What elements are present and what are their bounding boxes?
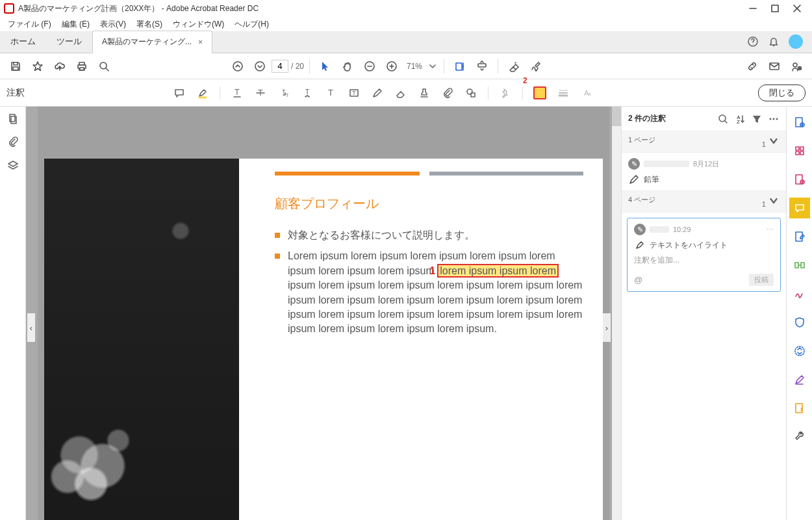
tab-document[interactable]: A製品のマーケティング... × (92, 31, 212, 53)
highlight-icon[interactable] (192, 83, 213, 103)
more-icon[interactable] (768, 113, 780, 125)
mail-icon[interactable] (764, 56, 785, 77)
replace-text-icon[interactable]: TT (273, 83, 294, 103)
search-comments-icon[interactable] (717, 113, 729, 125)
rr-fill-icon[interactable] (789, 369, 810, 390)
close-annotation-button[interactable]: 閉じる (758, 84, 806, 101)
rr-export-icon[interactable] (789, 169, 810, 190)
bell-icon[interactable] (768, 36, 780, 47)
pointer-icon[interactable] (315, 56, 336, 77)
page-down-icon[interactable] (249, 56, 270, 77)
zoom-value[interactable]: 71% (403, 60, 425, 73)
tab-document-label: A製品のマーケティング... (102, 36, 192, 47)
comment-more-icon[interactable]: ⋯ (767, 226, 774, 234)
rr-sign-icon[interactable] (789, 283, 810, 304)
search-icon[interactable] (94, 56, 114, 77)
underline-icon[interactable]: T (227, 83, 247, 103)
layers-icon[interactable] (7, 160, 19, 172)
highlight-dot-icon: ✎ (628, 158, 640, 170)
share-icon[interactable] (786, 56, 807, 77)
text-icon[interactable]: T (320, 83, 341, 103)
comments-header: 2 件の注釈 (628, 113, 666, 124)
erase-icon[interactable] (503, 56, 524, 77)
rr-edit-icon[interactable] (789, 226, 810, 247)
rr-protect-icon[interactable] (789, 312, 810, 333)
help-icon[interactable] (747, 36, 759, 47)
page4-label[interactable]: 4 ページ (628, 195, 655, 208)
sort-icon[interactable]: AZ (734, 113, 746, 125)
svg-point-57 (770, 118, 772, 120)
strike-icon[interactable]: T (250, 83, 271, 103)
menu-help[interactable]: ヘルプ(H) (229, 19, 274, 30)
attach-icon[interactable] (437, 83, 458, 103)
next-page-button[interactable]: › (603, 313, 611, 342)
link-icon[interactable] (742, 56, 763, 77)
avatar[interactable] (789, 34, 803, 49)
comment-input[interactable]: 注釈を追加... (634, 251, 774, 270)
post-button[interactable]: 投稿 (749, 274, 774, 286)
comment-item-2[interactable]: ✎10:29⋯ テキストをハイライト 注釈を追加... @ 投稿 (627, 218, 781, 292)
clip-icon[interactable] (7, 136, 19, 148)
thumbnails-icon[interactable] (7, 113, 19, 125)
svg-rect-6 (13, 67, 18, 70)
page-divider (275, 172, 583, 176)
comment-item-1[interactable]: ✎8月12日 鉛筆 (622, 153, 786, 191)
tab-tools[interactable]: ツール (46, 31, 92, 53)
tab-home[interactable]: ホーム (0, 31, 46, 53)
prev-page-button[interactable]: ‹ (27, 313, 35, 342)
eraser-icon[interactable] (390, 83, 411, 103)
rr-convert-icon[interactable] (789, 398, 810, 419)
scroll-icon[interactable] (472, 56, 492, 77)
text-highlight[interactable]: 1lorem ipsum ipsum lorem (437, 264, 559, 278)
textbox-icon[interactable]: T (344, 83, 364, 103)
minimize-button[interactable] (742, 1, 764, 16)
mention-icon[interactable]: @ (634, 275, 642, 285)
bullet-text-2: Lorem ipsum lorem ipsum lorem ipsum lore… (288, 249, 583, 336)
rr-compress-icon[interactable] (789, 341, 810, 361)
insert-text-icon[interactable]: T (297, 83, 318, 103)
svg-line-11 (106, 68, 108, 71)
svg-marker-50 (8, 161, 18, 166)
print-icon[interactable] (71, 56, 92, 77)
menu-view[interactable]: 表示(V) (95, 19, 131, 30)
font-icon[interactable]: Aa (576, 83, 597, 103)
close-window-button[interactable] (786, 1, 808, 16)
rr-comment-icon[interactable] (789, 198, 810, 218)
menu-window[interactable]: ウィンドウ(W) (168, 19, 229, 30)
page-up-icon[interactable] (227, 56, 248, 77)
rr-more-tools-icon[interactable] (789, 426, 810, 447)
cloud-icon[interactable] (49, 56, 70, 77)
color-picker[interactable]: 2 (529, 83, 550, 103)
svg-line-52 (725, 121, 727, 123)
pencil-icon[interactable] (367, 83, 388, 103)
menu-edit[interactable]: 編集 (E) (57, 19, 95, 30)
zoom-in-icon[interactable] (381, 56, 402, 77)
filter-icon[interactable] (751, 113, 763, 125)
zoom-out-icon[interactable] (359, 56, 380, 77)
star-icon[interactable] (27, 56, 48, 77)
fit-width-icon[interactable] (450, 56, 470, 77)
window-title: A製品のマーケティング計画（20XX年） - Adobe Acrobat Rea… (18, 3, 742, 14)
zoom-dropdown-icon[interactable] (427, 60, 438, 72)
line-width-icon[interactable] (553, 83, 574, 103)
hand-icon[interactable] (337, 56, 358, 77)
tab-close-button[interactable]: × (198, 38, 203, 47)
sign-icon[interactable] (526, 56, 546, 77)
menu-sign[interactable]: 署名(S) (131, 19, 168, 30)
svg-marker-56 (753, 116, 761, 123)
svg-point-59 (776, 118, 778, 120)
rr-organize-icon[interactable] (789, 140, 810, 161)
shapes-icon[interactable] (461, 83, 481, 103)
page-input[interactable] (272, 60, 288, 73)
stamp-icon[interactable] (414, 83, 435, 103)
note-icon[interactable] (169, 83, 190, 103)
save-icon[interactable] (5, 56, 26, 77)
maximize-button[interactable] (764, 1, 786, 16)
menu-file[interactable]: ファイル (F) (3, 19, 57, 30)
rr-create-icon[interactable] (789, 112, 810, 133)
pin-icon[interactable] (495, 83, 516, 103)
page1-label[interactable]: 1 ページ (628, 135, 655, 148)
svg-rect-24 (770, 63, 779, 70)
rr-combine-icon[interactable] (789, 255, 810, 276)
scrollbar[interactable] (612, 107, 621, 520)
